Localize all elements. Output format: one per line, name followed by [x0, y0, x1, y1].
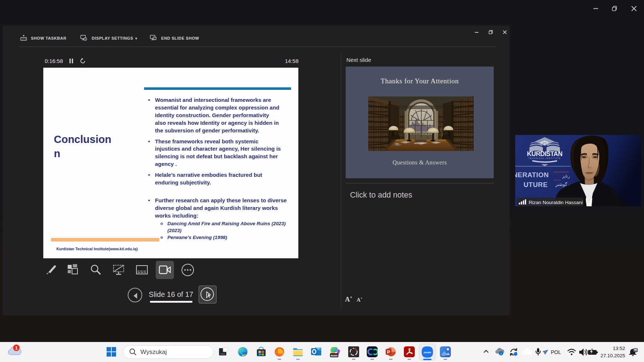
svg-text:رتایز: رتایز [562, 174, 570, 179]
svg-text:Rizan Nouraldin Hassani: Rizan Nouraldin Hassani [529, 200, 583, 205]
svg-text:zoom: zoom [424, 351, 431, 354]
svg-text:NERATION: NERATION [515, 171, 549, 179]
svg-text:TECHNICAL INSTITUTE: TECHNICAL INSTITUTE [528, 157, 561, 159]
svg-text:x: x [154, 37, 155, 40]
svg-text:UTURE: UTURE [524, 181, 548, 188]
svg-text:EZ: EZ [634, 349, 637, 352]
svg-text:P: P [387, 350, 390, 355]
svg-text:KTI: KTI [543, 142, 546, 144]
svg-text:M365: M365 [331, 354, 338, 357]
svg-text:1: 1 [15, 345, 17, 351]
svg-text:KURDISTAN: KURDISTAN [527, 150, 562, 158]
